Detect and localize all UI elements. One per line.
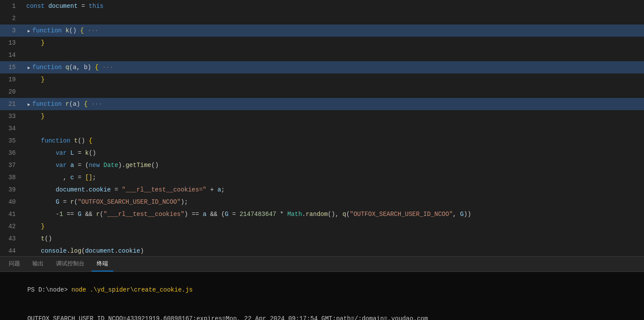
bottom-panel: 问题 输出 调试控制台 终端 PS D:\node> node .\yd_spi… bbox=[0, 256, 644, 320]
code-line-21: 21 ▶function r(a) { ··· bbox=[0, 98, 644, 110]
code-line-44: 44 console.log(document.cookie) bbox=[0, 245, 644, 256]
code-line-20: 20 bbox=[0, 86, 644, 98]
tab-debug-console[interactable]: 调试控制台 bbox=[51, 257, 90, 271]
code-line-43: 43 t() bbox=[0, 233, 644, 245]
code-line-2: 2 bbox=[0, 12, 644, 24]
code-line-37: 37 var a = (new Date).getTime() bbox=[0, 159, 644, 171]
code-line-36: 36 var L = k() bbox=[0, 147, 644, 159]
collapse-icon-q[interactable]: ▶ bbox=[26, 66, 32, 71]
code-line-39: 39 document.cookie = "___rl__test__cooki… bbox=[0, 184, 644, 196]
terminal-line-1: PS D:\node> node .\yd_spider\create_cook… bbox=[5, 275, 639, 304]
code-line-42: 42 } bbox=[0, 220, 644, 233]
panel-tabs: 问题 输出 调试控制台 终端 bbox=[0, 257, 644, 272]
code-line-38: 38 , c = []; bbox=[0, 171, 644, 184]
collapse-icon-r[interactable]: ▶ bbox=[26, 102, 32, 108]
tab-output[interactable]: 输出 bbox=[27, 257, 49, 271]
tab-problems[interactable]: 问题 bbox=[4, 257, 25, 271]
code-editor: 1 const document = this 2 3 ▶function k(… bbox=[0, 0, 644, 256]
code-line-14: 14 bbox=[0, 49, 644, 61]
code-line-3: 3 ▶function k() { ··· bbox=[0, 24, 644, 37]
code-line-13: 13 } bbox=[0, 37, 644, 49]
code-line-1: 1 const document = this bbox=[0, 0, 644, 12]
terminal-content: PS D:\node> node .\yd_spider\create_cook… bbox=[0, 272, 644, 320]
code-line-40: 40 G = r("OUTFOX_SEARCH_USER_ID_NCOO"); bbox=[0, 196, 644, 208]
collapse-icon-k[interactable]: ▶ bbox=[26, 29, 32, 34]
code-line-41: 41 -1 == G && r("___rl__test__cookies") … bbox=[0, 208, 644, 220]
code-line-35: 35 function t() { bbox=[0, 135, 644, 147]
code-line-15: 15 ▶function q(a, b) { ··· bbox=[0, 61, 644, 73]
tab-terminal[interactable]: 终端 bbox=[91, 257, 113, 271]
code-line-19: 19 } bbox=[0, 73, 644, 86]
code-line-34: 34 bbox=[0, 122, 644, 135]
code-line-33: 33 } bbox=[0, 110, 644, 122]
terminal-line-2: OUTFOX_SEARCH_USER_ID_NCOO=433921919.608… bbox=[5, 304, 639, 320]
